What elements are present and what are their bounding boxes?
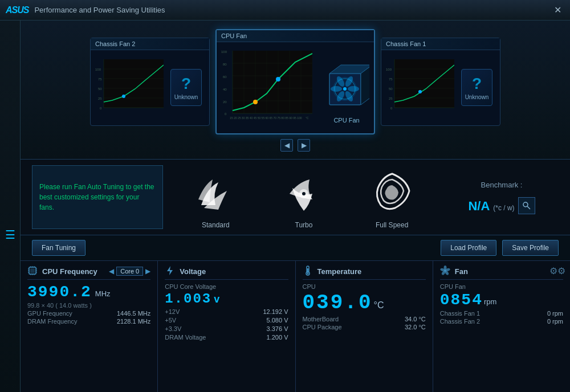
cpu-sub-info: 99.8 × 40 ( 14.0 watts )	[27, 302, 150, 309]
core-value: Core 0	[116, 267, 143, 276]
standard-icon	[190, 165, 241, 217]
title-bar: ASUS Performance and Power Saving Utilit…	[0, 0, 570, 21]
cpu-freq-header: CPU Frequency ◀ Core 0 ▶	[27, 266, 150, 280]
svg-text:100: 100	[386, 68, 392, 71]
fan-mode-standard[interactable]: Standard	[190, 165, 241, 229]
temperature-panel: Temperature CPU 039.0 °C MotherBoard 34.…	[296, 261, 433, 392]
lightning-icon	[165, 266, 175, 276]
svg-text:25: 25	[98, 97, 102, 100]
svg-text:20: 20	[223, 100, 227, 104]
svg-point-63	[302, 192, 306, 195]
standard-fan-svg	[190, 165, 241, 217]
cpu-temp-value: 039.0	[303, 291, 373, 315]
svg-point-41	[343, 87, 347, 91]
cpu-fan-label: CPU Fan	[324, 117, 369, 124]
menu-icon[interactable]: ☰	[5, 228, 15, 242]
svg-text:75: 75	[389, 77, 393, 81]
close-button[interactable]: ✕	[551, 3, 564, 17]
svg-point-27	[253, 100, 258, 104]
fan-mode-turbo[interactable]: Turbo	[278, 165, 329, 229]
svg-text:80: 80	[223, 63, 227, 66]
cpu-core-voltage-label: CPU Core Voltage	[165, 283, 216, 290]
chassis1-rpm-row: Chassis Fan 1 0 rpm	[440, 310, 563, 317]
settings-icon[interactable]: ⚙⚙	[549, 266, 565, 276]
chassis1-chart-svg: 100 75 50 25 0	[386, 59, 454, 116]
cpu-package-temp-row: CPU Package 32.0 °C	[303, 324, 426, 330]
core-next-arrow[interactable]: ▶	[145, 267, 150, 275]
cpu-core-selector[interactable]: ◀ Core 0 ▶	[109, 267, 150, 276]
fan-tuning-panel: Please run Fan Auto Tuning to get the be…	[32, 165, 163, 229]
thermometer-icon	[303, 266, 313, 276]
cpu-fan-3d-icon: CPU Fan	[324, 62, 369, 113]
sidebar: ☰	[0, 21, 21, 392]
temp-title: Temperature	[317, 267, 362, 276]
chassis2-title: Chassis Fan 2	[91, 38, 209, 50]
svg-marker-80	[167, 266, 173, 275]
svg-text:25: 25	[389, 97, 393, 100]
save-profile-button[interactable]: Save Profile	[502, 240, 559, 256]
fan-tuning-text: Please run Fan Auto Tuning to get the be…	[39, 182, 156, 213]
v5-label: +5V	[165, 317, 176, 324]
fan-card-chassis1[interactable]: Chassis Fan 1	[381, 38, 500, 126]
cpu-temp-unit: °C	[374, 300, 384, 311]
turbo-label: Turbo	[295, 221, 313, 229]
fullspeed-icon	[367, 165, 418, 217]
core-prev-arrow[interactable]: ◀	[109, 267, 114, 275]
v12-value: 12.192 V	[263, 308, 288, 315]
nav-prev-button[interactable]: ◀	[280, 139, 293, 152]
mb-temp-label: MotherBoard	[303, 316, 339, 322]
search-icon	[522, 201, 531, 210]
cpu-fan-rpm-unit: rpm	[484, 297, 496, 306]
fan-card-chassis2[interactable]: Chassis Fan 2	[90, 38, 210, 126]
v3-value: 3.376 V	[267, 325, 288, 332]
svg-text:100: 100	[221, 51, 227, 54]
svg-text:100: 100	[95, 68, 101, 71]
fan-card-cpu[interactable]: CPU Fan	[215, 29, 375, 134]
benchmark-label: Benchmark :	[481, 181, 523, 189]
load-profile-button[interactable]: Load Profile	[441, 240, 496, 256]
dram-v-value: 1.200 V	[267, 334, 288, 341]
chassis1-rpm-label: Chassis Fan 1	[440, 310, 480, 317]
voltage-icon	[165, 266, 176, 277]
svg-text:75: 75	[98, 77, 102, 81]
turbo-icon	[278, 165, 329, 217]
gpu-freq-label: GPU Frequency	[27, 310, 72, 317]
fan-modes: Standard Turbo	[172, 165, 436, 229]
gpu-freq-row: GPU Frequency 1446.5 MHz	[27, 310, 150, 317]
svg-text:60: 60	[223, 75, 227, 79]
cpu-fan-svg	[324, 62, 369, 113]
main-container: ☰ Chassis Fan 2	[0, 21, 570, 392]
cpu-pkg-temp-label: CPU Package	[303, 324, 342, 330]
cpu-fan-label-row: CPU Fan	[440, 283, 563, 290]
voltage-panel: Voltage CPU Core Voltage 1.003 v +12V 12…	[158, 261, 295, 392]
chassis2-question-mark: ?	[181, 75, 191, 93]
fan-tuning-button[interactable]: Fan Tuning	[32, 240, 85, 256]
svg-text:40: 40	[223, 88, 227, 91]
cpu-fan-title: CPU Fan	[217, 30, 374, 42]
svg-point-44	[348, 86, 359, 92]
voltage-value-row: 1.003 v	[165, 291, 288, 307]
content-area: Chassis Fan 2	[21, 21, 570, 392]
dram-freq-row: DRAM Frequency 2128.1 MHz	[27, 318, 150, 325]
chassis2-rpm-row: Chassis Fan 2 0 rpm	[440, 318, 563, 325]
svg-text:50: 50	[98, 87, 102, 91]
turbo-fan-svg	[278, 165, 329, 217]
nav-next-button[interactable]: ▶	[298, 139, 310, 152]
fan-header: Fan	[440, 266, 563, 280]
svg-point-64	[523, 202, 528, 207]
cpu-fan-content: 100 80 60 40 20 0 15 20 25 30 35 40 45 5…	[217, 42, 374, 133]
svg-rect-67	[30, 268, 35, 273]
cpu-fan-chart-svg: 100 80 60 40 20 0 15 20 25 30 35 40 45 5…	[221, 51, 312, 125]
cpu-core-voltage-unit: v	[214, 293, 219, 305]
cpu-fan-stat-label: CPU Fan	[440, 283, 466, 290]
stats-section: CPU Frequency ◀ Core 0 ▶ 3990.2 MHz 99.8…	[21, 260, 570, 392]
chassis1-question-mark: ?	[472, 75, 482, 93]
fan-mode-section: Please run Fan Auto Tuning to get the be…	[21, 159, 570, 235]
fan-mode-fullspeed[interactable]: Full Speed	[367, 165, 418, 229]
chassis2-icon-box: ? Unknown	[170, 69, 202, 106]
svg-text:15 20 25 30 35 40 45 50 55 60 : 15 20 25 30 35 40 45 50 55 60 65 70 75 8…	[230, 116, 302, 120]
fan-icon	[440, 266, 450, 276]
svg-point-84	[307, 273, 308, 275]
fan-stat-title: Fan	[455, 267, 468, 276]
benchmark-search-button[interactable]	[518, 197, 535, 214]
